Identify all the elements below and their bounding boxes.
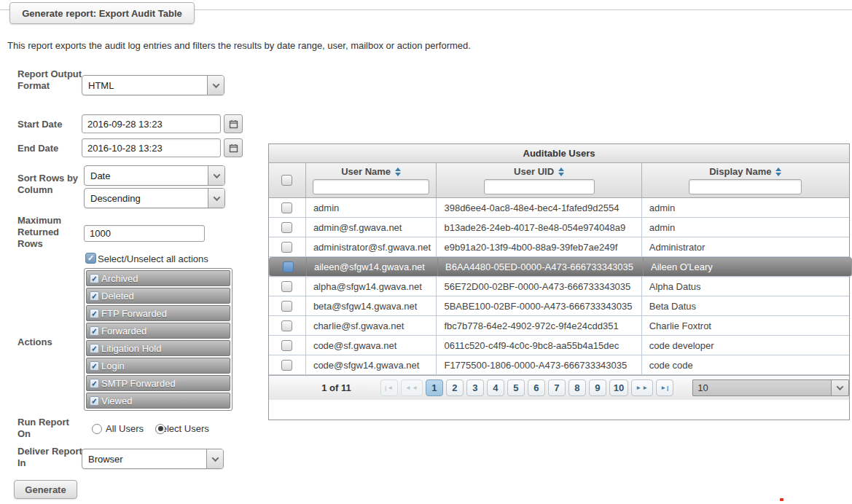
user-uid-column-label: User UID [514, 166, 554, 177]
table-row[interactable]: code@sf.gwava.net 0611c520-c4f9-4c0c-9bc… [269, 336, 849, 355]
table-row[interactable]: beta@sfgw14.gwava.net 5BABE100-02BF-0000… [269, 296, 849, 316]
row-checkbox[interactable] [281, 340, 292, 351]
page-number-button[interactable]: 10 [609, 379, 628, 396]
select-all-rows-checkbox[interactable] [281, 175, 292, 186]
start-date-calendar-button[interactable] [224, 114, 243, 133]
sort-up-down-icon[interactable] [558, 168, 564, 176]
page-number-button[interactable]: 1 [426, 379, 443, 396]
table-row[interactable]: administrator@sf.gwava.net e9b91a20-13f9… [269, 237, 849, 257]
cell-display-name: Beta Datus [641, 296, 849, 315]
user-name-filter-input[interactable] [313, 179, 429, 194]
action-item[interactable]: Viewed [86, 393, 230, 409]
action-item[interactable]: Login [86, 358, 230, 374]
header-display-name[interactable]: Display Name [641, 163, 849, 197]
action-item[interactable]: SMTP Forwarded [86, 375, 230, 391]
report-description: This report exports the audit log entrie… [7, 40, 471, 51]
sort-column-select[interactable]: Date [84, 165, 225, 186]
user-uid-filter-input[interactable] [484, 179, 595, 194]
row-checkbox[interactable] [281, 320, 292, 331]
sort-up-down-icon[interactable] [775, 168, 781, 176]
action-checkbox[interactable] [90, 309, 99, 318]
end-date-input[interactable] [82, 138, 221, 157]
action-checkbox[interactable] [90, 379, 99, 388]
select-all-actions-checkbox[interactable] [85, 253, 96, 264]
prev-page-button[interactable]: ◄◄ [401, 379, 423, 396]
page-number-button[interactable]: 3 [466, 379, 484, 396]
actions-listbox: Archived Deleted FTP Forwarded Forwarded… [84, 268, 232, 411]
radio-icon[interactable] [92, 424, 102, 434]
radio-option[interactable]: All Users [92, 423, 144, 434]
last-page-button[interactable]: ►| [656, 379, 673, 396]
page-number-button[interactable]: 7 [548, 379, 566, 396]
table-row[interactable]: code@sfgw14.gwava.net F1775500-1806-0000… [269, 355, 849, 375]
cell-user-name: beta@sfgw14.gwava.net [305, 296, 437, 315]
page-number-button[interactable]: 4 [487, 379, 504, 396]
action-label: Forwarded [101, 326, 146, 336]
sort-direction-value: Descending [85, 189, 208, 208]
start-date-input[interactable] [82, 114, 221, 133]
cell-user-name: admin@sf.gwava.net [305, 218, 437, 237]
cell-user-uid: 0611c520-c4f9-4c0c-9bc8-aa55b4a15dec [436, 336, 641, 355]
page-number-button[interactable]: 5 [507, 379, 525, 396]
cell-user-uid: F1775500-1806-0000-A473-666733343035 [436, 355, 641, 374]
display-name-filter-input[interactable] [689, 179, 802, 194]
sort-direction-select[interactable]: Descending [84, 188, 225, 208]
action-label: Litigation Hold [101, 343, 161, 354]
action-checkbox[interactable] [90, 396, 99, 406]
cell-display-name: code code [641, 355, 849, 374]
table-row[interactable]: charlie@sf.gwava.net fbc7b778-64e2-4902-… [269, 316, 849, 336]
next-page-button[interactable]: ►► [631, 379, 653, 396]
row-checkbox[interactable] [281, 242, 292, 253]
header-checkbox-cell [269, 163, 305, 197]
first-page-button[interactable]: |◄ [380, 379, 398, 396]
row-checkbox[interactable] [281, 281, 292, 292]
row-checkbox[interactable] [281, 202, 292, 213]
table-row[interactable]: admin 398d6ee4-0ac8-48e4-bec4-1fafed9d25… [269, 198, 849, 218]
row-checkbox[interactable] [281, 360, 292, 371]
generate-button[interactable]: Generate [14, 480, 77, 499]
action-checkbox[interactable] [90, 344, 99, 353]
action-checkbox[interactable] [90, 274, 99, 283]
row-checkbox[interactable] [281, 301, 292, 312]
page-number-button[interactable]: 8 [568, 379, 586, 396]
action-item[interactable]: Archived [86, 270, 230, 286]
header-user-name[interactable]: User Name [305, 163, 437, 197]
page-size-select[interactable]: 10 [692, 379, 849, 396]
cell-user-uid: b13ade26-24eb-4017-8e48-054e974048a9 [436, 218, 641, 237]
table-body: admin 398d6ee4-0ac8-48e4-bec4-1fafed9d25… [269, 198, 849, 375]
action-checkbox[interactable] [90, 326, 99, 336]
table-row[interactable]: aileen@sfgw14.gwava.net B6AA4480-05ED-00… [269, 257, 852, 277]
page-number-button[interactable]: 9 [589, 379, 606, 396]
row-checkbox[interactable] [283, 261, 294, 272]
max-rows-input[interactable] [84, 225, 205, 242]
action-label: Login [101, 361, 125, 371]
select-all-actions-label: Select/Unselect all actions [98, 253, 208, 264]
action-checkbox[interactable] [90, 361, 99, 371]
action-label: SMTP Forwarded [101, 378, 176, 389]
action-item[interactable]: Deleted [86, 288, 230, 304]
tab-generate-report[interactable]: Generate report: Export Audit Table [9, 2, 195, 24]
chevron-down-icon [208, 166, 224, 185]
action-item[interactable]: Forwarded [86, 323, 230, 339]
report-output-format-select[interactable]: HTML [82, 75, 224, 95]
table-title: Auditable Users [269, 144, 849, 163]
deliver-report-in-label: Deliver Report In [17, 446, 83, 469]
sort-up-down-icon[interactable] [395, 168, 401, 176]
table-row[interactable]: admin@sf.gwava.net b13ade26-24eb-4017-8e… [269, 218, 849, 237]
row-checkbox[interactable] [281, 222, 292, 233]
action-item[interactable]: Litigation Hold [86, 340, 230, 356]
radio-icon[interactable] [155, 424, 165, 434]
action-checkbox[interactable] [90, 291, 99, 301]
table-row[interactable]: alpha@sfgw14.gwava.net 56E72D00-02BF-000… [269, 277, 849, 296]
cell-user-name: code@sf.gwava.net [305, 336, 437, 355]
action-item[interactable]: FTP Forwarded [86, 305, 230, 321]
page-number-button[interactable]: 6 [528, 379, 545, 396]
end-date-calendar-button[interactable] [224, 138, 243, 157]
deliver-report-in-select[interactable]: Browser [82, 449, 224, 469]
max-rows-label: Maximum Returned Rows [17, 215, 83, 250]
radio-option[interactable]: Select Users [155, 423, 209, 434]
page-number-button[interactable]: 2 [446, 379, 464, 396]
cell-user-uid: fbc7b778-64e2-4902-972c-9f4e24cdd351 [436, 316, 641, 335]
header-user-uid[interactable]: User UID [436, 163, 641, 197]
start-date-label: Start Date [17, 119, 83, 130]
